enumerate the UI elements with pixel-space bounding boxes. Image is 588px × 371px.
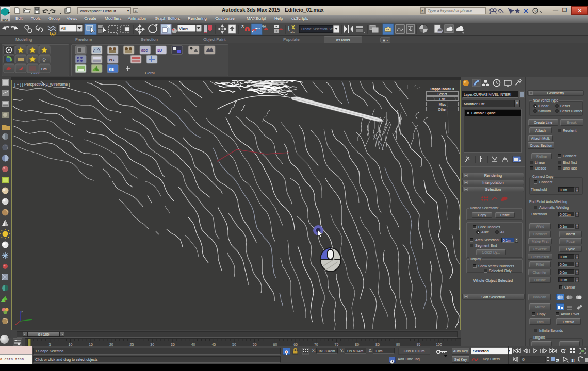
svg-text:Bm: Bm [41, 67, 47, 71]
svg-text:90: 90 [396, 343, 400, 346]
svg-text:75: 75 [335, 343, 339, 346]
svg-text:5: 5 [49, 343, 51, 346]
svg-text:60: 60 [273, 343, 277, 346]
svg-text:3D: 3D [157, 48, 162, 52]
svg-text:0: 0 [522, 358, 525, 361]
svg-text:?: ? [534, 9, 537, 13]
svg-text:PG: PG [109, 58, 115, 62]
svg-text:abc: abc [141, 48, 148, 52]
svg-text:50: 50 [232, 343, 236, 346]
svg-text:25: 25 [130, 343, 134, 346]
svg-text:st: st [43, 59, 45, 62]
svg-text:10: 10 [69, 343, 73, 346]
svg-text:100: 100 [436, 343, 442, 346]
svg-text:45: 45 [211, 343, 216, 346]
svg-text:95: 95 [416, 343, 420, 346]
svg-text:55: 55 [253, 343, 257, 346]
svg-text:!!: !! [571, 358, 575, 363]
svg-text:80: 80 [355, 343, 359, 346]
svg-text:{: { [288, 25, 290, 31]
svg-text:KB: KB [109, 68, 114, 71]
svg-text:15: 15 [89, 343, 93, 346]
svg-text:View: View [179, 26, 188, 31]
svg-text:85: 85 [375, 343, 380, 346]
svg-text:65: 65 [293, 343, 298, 346]
svg-text:All: All [61, 26, 66, 31]
svg-text:3: 3 [241, 24, 244, 29]
svg-text:30: 30 [150, 343, 154, 346]
svg-text:z: z [21, 310, 23, 314]
svg-text:HD: HD [556, 359, 560, 362]
svg-text:70: 70 [314, 343, 318, 346]
svg-text:40: 40 [191, 343, 195, 346]
svg-text:+: + [564, 348, 566, 351]
svg-text:20: 20 [109, 343, 113, 346]
svg-text:abc: abc [290, 31, 296, 34]
svg-text:Create Selection Se: Create Selection Se [301, 27, 333, 31]
svg-text:35: 35 [171, 343, 175, 346]
